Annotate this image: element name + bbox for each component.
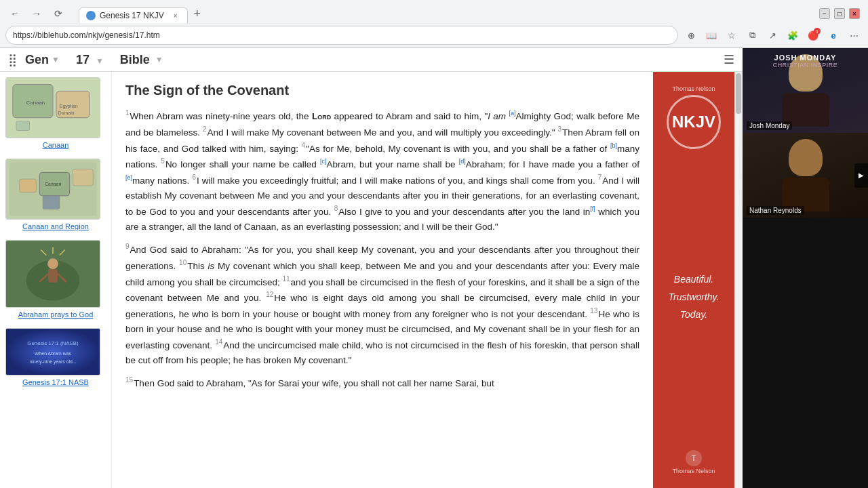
translation-selector[interactable]: Bible ▼ (120, 53, 163, 67)
video-guest-name: Nathan Reynolds (747, 206, 804, 215)
svg-rect-6 (16, 121, 30, 131)
fn-f[interactable]: [f] (590, 205, 595, 212)
video-guest-panel: Nathan Reynolds ▶ (743, 133, 868, 218)
video-panel: JOSH MONDAY CHRISTIAN INSPIRE Josh Monda… (743, 48, 868, 488)
region-map-link[interactable]: Canaan and Region (22, 222, 89, 230)
hamburger-menu-icon[interactable]: ☰ (724, 52, 734, 67)
ad-sidebar: Thomas Nelson NKJV Beautiful. Trustworth… (653, 72, 734, 488)
verse-num-11: 11 (282, 275, 290, 283)
refresh-icon[interactable]: ⟳ (49, 4, 68, 23)
verse-num-10: 10 (179, 259, 186, 266)
map-item-region: Canaan Canaan and Region (5, 159, 106, 232)
window-controls: − □ × (819, 8, 860, 19)
translation-name: Bible (120, 53, 150, 67)
italic-is: is (208, 260, 214, 270)
restore-button[interactable]: □ (834, 8, 845, 19)
thomas-nelson-footer: T Thomas Nelson (672, 450, 715, 474)
translate-icon[interactable]: ⊕ (682, 26, 700, 44)
ad-taglines: Beautiful. Trustworthy. Today. (669, 273, 719, 327)
profile-icon[interactable]: 🔴 1 (804, 26, 822, 44)
video-host-name: Josh Monday (747, 121, 792, 130)
close-window-button[interactable]: × (849, 8, 860, 19)
ad-tagline-1: Beautiful. (669, 273, 719, 285)
fn-d[interactable]: [d] (459, 158, 466, 165)
expand-video-button[interactable]: ▶ (854, 163, 868, 188)
svg-text:Canaan: Canaan (26, 100, 45, 106)
fn-b[interactable]: [b] (610, 142, 617, 149)
canaan-map-svg: Canaan Egyptian Domain (6, 77, 100, 138)
more-options-icon[interactable]: ⋯ (845, 26, 863, 44)
grid-menu-icon[interactable]: ⣿ (8, 52, 17, 67)
tab-close-button[interactable]: × (171, 11, 180, 20)
chapter-selector[interactable]: 17 ▼ (76, 53, 104, 67)
bible-text-area: The Sign of the Covenant 1When Abram was… (112, 72, 653, 488)
svg-text:Genesis 17:1 (NASB): Genesis 17:1 (NASB) (27, 340, 79, 346)
translation-chevron-icon: ▼ (155, 55, 163, 64)
address-bar[interactable]: https://biblehub.com/nkjv/genesis/17.htm (5, 26, 678, 45)
extensions-icon[interactable]: 🧩 (784, 26, 802, 44)
ad-tagline-2: Trustworthy. (669, 291, 719, 303)
reading-mode-icon[interactable]: 📖 (703, 26, 720, 44)
nasb-image: Genesis 17:1 (NASB) When Abram was ninet… (5, 328, 100, 375)
tab-favicon (86, 11, 96, 20)
svg-text:ninety-nine years old...: ninety-nine years old... (29, 359, 76, 365)
minimize-button[interactable]: − (819, 8, 830, 19)
bible-site: ⣿ Gen ▼ 17 ▼ Bible ▼ ☰ (0, 48, 743, 488)
tn-footer-text: Thomas Nelson (672, 468, 715, 474)
canaan-map-link[interactable]: Canaan (43, 141, 69, 149)
verse-num-13: 13 (590, 307, 597, 314)
nav-icons: ← → ⟳ (5, 4, 68, 23)
book-selector[interactable]: Gen ▼ (25, 53, 60, 67)
nasb-link[interactable]: Genesis 17:1 NASB (22, 378, 89, 386)
verse-num-7: 7 (598, 174, 602, 181)
tab-title: Genesis 17 NKJV (100, 11, 164, 20)
verse-num-2: 2 (203, 125, 207, 133)
chapter-number: 17 (76, 53, 90, 66)
fn-e[interactable]: [e] (125, 174, 132, 181)
browser-chrome: ← → ⟳ Genesis 17 NKJV × + − □ × https://… (0, 0, 868, 48)
host-subtext: CHRISTIAN INSPIRE (743, 62, 868, 68)
passage-title: The Sign of the Covenant (125, 83, 639, 98)
site-content: Canaan Egyptian Domain Canaan (0, 72, 743, 488)
site-sidebar: Canaan Egyptian Domain Canaan (0, 72, 112, 488)
verse-num-15: 15 (125, 376, 133, 384)
fn-a[interactable]: [a] (509, 110, 515, 117)
bookmark-icon[interactable]: ☆ (723, 26, 741, 44)
verse-num-8: 8 (334, 205, 338, 212)
region-map-svg: Canaan (6, 159, 100, 220)
back-icon[interactable]: ← (5, 4, 24, 23)
region-map-image: Canaan (5, 159, 100, 220)
title-bar: ← → ⟳ Genesis 17 NKJV × + − □ × (0, 0, 868, 23)
book-chevron-icon: ▼ (52, 55, 60, 64)
svg-text:Domain: Domain (58, 110, 75, 115)
svg-rect-11 (73, 169, 94, 186)
map-item-canaan: Canaan Egyptian Domain Canaan (5, 77, 106, 150)
new-tab-button[interactable]: + (188, 4, 207, 23)
edge-icon[interactable]: e (825, 26, 842, 44)
chapter-chevron-icon: ▼ (96, 56, 104, 66)
scrollbar-thumb[interactable] (736, 73, 741, 114)
svg-rect-12 (43, 196, 60, 209)
collections-icon[interactable]: ⧉ (743, 26, 761, 44)
svg-point-16 (47, 258, 58, 269)
abraham-map-link[interactable]: Abraham prays to God (18, 310, 94, 319)
fn-c[interactable]: [c] (320, 158, 327, 165)
verse-content-3: 15Then God said to Abraham, "As for Sara… (125, 375, 639, 391)
verse-num-9: 9 (125, 243, 130, 250)
scrollbar-track (734, 72, 743, 488)
forward-icon[interactable]: → (27, 4, 46, 23)
site-nav: ⣿ Gen ▼ 17 ▼ Bible ▼ ☰ (0, 48, 743, 72)
share-icon[interactable]: ↗ (764, 26, 781, 44)
active-tab[interactable]: Genesis 17 NKJV × (79, 7, 188, 23)
video-host-panel: JOSH MONDAY CHRISTIAN INSPIRE Josh Monda… (743, 48, 868, 133)
main-content: ⣿ Gen ▼ 17 ▼ Bible ▼ ☰ (0, 48, 868, 488)
ad-footer: T Thomas Nelson (672, 450, 715, 474)
browser-action-icons: ⊕ 📖 ☆ ⧉ ↗ 🧩 🔴 1 e ⋯ (682, 26, 863, 44)
nkjv-badge: NKJV (667, 95, 721, 149)
lord-text: Lord (312, 111, 331, 121)
verse-num-5: 5 (161, 157, 165, 165)
svg-text:Canaan: Canaan (45, 182, 61, 186)
abraham-map-image (5, 240, 100, 308)
book-name: Gen (25, 53, 49, 67)
video-empty-space (743, 218, 868, 488)
